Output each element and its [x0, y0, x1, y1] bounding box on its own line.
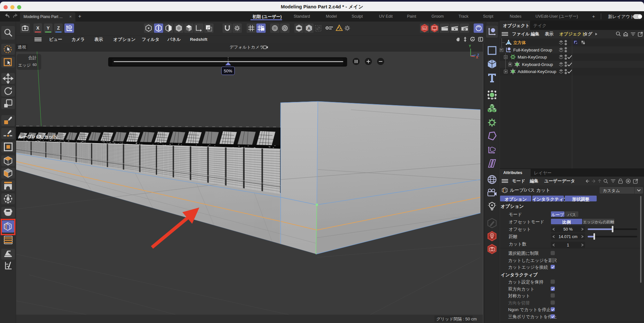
svg-text:Y: Y [469, 44, 471, 48]
svg-text:X: X [476, 56, 478, 59]
